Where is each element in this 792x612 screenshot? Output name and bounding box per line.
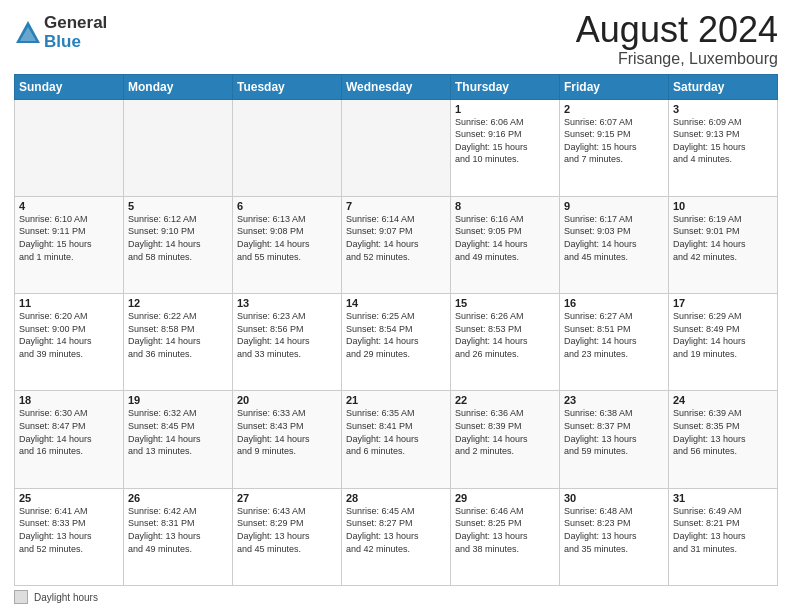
table-row: 17Sunrise: 6:29 AM Sunset: 8:49 PM Dayli… bbox=[669, 294, 778, 391]
logo-blue-text: Blue bbox=[44, 33, 107, 52]
day-info: Sunrise: 6:06 AM Sunset: 9:16 PM Dayligh… bbox=[455, 116, 555, 166]
table-row: 9Sunrise: 6:17 AM Sunset: 9:03 PM Daylig… bbox=[560, 196, 669, 293]
col-wednesday: Wednesday bbox=[342, 74, 451, 99]
day-info: Sunrise: 6:09 AM Sunset: 9:13 PM Dayligh… bbox=[673, 116, 773, 166]
table-row: 19Sunrise: 6:32 AM Sunset: 8:45 PM Dayli… bbox=[124, 391, 233, 488]
table-row: 18Sunrise: 6:30 AM Sunset: 8:47 PM Dayli… bbox=[15, 391, 124, 488]
calendar-table: Sunday Monday Tuesday Wednesday Thursday… bbox=[14, 74, 778, 586]
day-info: Sunrise: 6:27 AM Sunset: 8:51 PM Dayligh… bbox=[564, 310, 664, 360]
day-info: Sunrise: 6:48 AM Sunset: 8:23 PM Dayligh… bbox=[564, 505, 664, 555]
day-number: 12 bbox=[128, 297, 228, 309]
day-info: Sunrise: 6:20 AM Sunset: 9:00 PM Dayligh… bbox=[19, 310, 119, 360]
day-number: 18 bbox=[19, 394, 119, 406]
day-info: Sunrise: 6:39 AM Sunset: 8:35 PM Dayligh… bbox=[673, 407, 773, 457]
day-number: 7 bbox=[346, 200, 446, 212]
day-info: Sunrise: 6:32 AM Sunset: 8:45 PM Dayligh… bbox=[128, 407, 228, 457]
day-info: Sunrise: 6:25 AM Sunset: 8:54 PM Dayligh… bbox=[346, 310, 446, 360]
table-row: 25Sunrise: 6:41 AM Sunset: 8:33 PM Dayli… bbox=[15, 488, 124, 585]
table-row: 7Sunrise: 6:14 AM Sunset: 9:07 PM Daylig… bbox=[342, 196, 451, 293]
day-info: Sunrise: 6:07 AM Sunset: 9:15 PM Dayligh… bbox=[564, 116, 664, 166]
footer: Daylight hours bbox=[14, 590, 778, 604]
day-number: 15 bbox=[455, 297, 555, 309]
day-number: 23 bbox=[564, 394, 664, 406]
table-row: 26Sunrise: 6:42 AM Sunset: 8:31 PM Dayli… bbox=[124, 488, 233, 585]
table-row: 30Sunrise: 6:48 AM Sunset: 8:23 PM Dayli… bbox=[560, 488, 669, 585]
footer-box bbox=[14, 590, 28, 604]
calendar-week-row: 25Sunrise: 6:41 AM Sunset: 8:33 PM Dayli… bbox=[15, 488, 778, 585]
day-number: 11 bbox=[19, 297, 119, 309]
table-row: 8Sunrise: 6:16 AM Sunset: 9:05 PM Daylig… bbox=[451, 196, 560, 293]
day-info: Sunrise: 6:26 AM Sunset: 8:53 PM Dayligh… bbox=[455, 310, 555, 360]
day-number: 16 bbox=[564, 297, 664, 309]
day-info: Sunrise: 6:43 AM Sunset: 8:29 PM Dayligh… bbox=[237, 505, 337, 555]
day-number: 27 bbox=[237, 492, 337, 504]
table-row: 13Sunrise: 6:23 AM Sunset: 8:56 PM Dayli… bbox=[233, 294, 342, 391]
table-row bbox=[15, 99, 124, 196]
table-row: 10Sunrise: 6:19 AM Sunset: 9:01 PM Dayli… bbox=[669, 196, 778, 293]
day-info: Sunrise: 6:49 AM Sunset: 8:21 PM Dayligh… bbox=[673, 505, 773, 555]
calendar-week-row: 1Sunrise: 6:06 AM Sunset: 9:16 PM Daylig… bbox=[15, 99, 778, 196]
day-info: Sunrise: 6:29 AM Sunset: 8:49 PM Dayligh… bbox=[673, 310, 773, 360]
month-title: August 2024 bbox=[576, 10, 778, 50]
day-number: 21 bbox=[346, 394, 446, 406]
day-number: 1 bbox=[455, 103, 555, 115]
table-row bbox=[233, 99, 342, 196]
day-info: Sunrise: 6:23 AM Sunset: 8:56 PM Dayligh… bbox=[237, 310, 337, 360]
logo-icon bbox=[14, 19, 42, 47]
calendar-week-row: 4Sunrise: 6:10 AM Sunset: 9:11 PM Daylig… bbox=[15, 196, 778, 293]
day-number: 26 bbox=[128, 492, 228, 504]
table-row: 3Sunrise: 6:09 AM Sunset: 9:13 PM Daylig… bbox=[669, 99, 778, 196]
table-row: 6Sunrise: 6:13 AM Sunset: 9:08 PM Daylig… bbox=[233, 196, 342, 293]
day-info: Sunrise: 6:19 AM Sunset: 9:01 PM Dayligh… bbox=[673, 213, 773, 263]
day-info: Sunrise: 6:42 AM Sunset: 8:31 PM Dayligh… bbox=[128, 505, 228, 555]
table-row bbox=[124, 99, 233, 196]
table-row: 21Sunrise: 6:35 AM Sunset: 8:41 PM Dayli… bbox=[342, 391, 451, 488]
day-number: 22 bbox=[455, 394, 555, 406]
header: General Blue August 2024 Frisange, Luxem… bbox=[14, 10, 778, 68]
footer-label: Daylight hours bbox=[34, 592, 98, 603]
day-number: 8 bbox=[455, 200, 555, 212]
table-row: 4Sunrise: 6:10 AM Sunset: 9:11 PM Daylig… bbox=[15, 196, 124, 293]
day-number: 9 bbox=[564, 200, 664, 212]
table-row: 27Sunrise: 6:43 AM Sunset: 8:29 PM Dayli… bbox=[233, 488, 342, 585]
calendar-week-row: 18Sunrise: 6:30 AM Sunset: 8:47 PM Dayli… bbox=[15, 391, 778, 488]
table-row: 15Sunrise: 6:26 AM Sunset: 8:53 PM Dayli… bbox=[451, 294, 560, 391]
col-thursday: Thursday bbox=[451, 74, 560, 99]
day-number: 2 bbox=[564, 103, 664, 115]
day-info: Sunrise: 6:22 AM Sunset: 8:58 PM Dayligh… bbox=[128, 310, 228, 360]
day-info: Sunrise: 6:33 AM Sunset: 8:43 PM Dayligh… bbox=[237, 407, 337, 457]
table-row: 23Sunrise: 6:38 AM Sunset: 8:37 PM Dayli… bbox=[560, 391, 669, 488]
day-number: 17 bbox=[673, 297, 773, 309]
day-number: 10 bbox=[673, 200, 773, 212]
table-row: 11Sunrise: 6:20 AM Sunset: 9:00 PM Dayli… bbox=[15, 294, 124, 391]
location: Frisange, Luxembourg bbox=[576, 50, 778, 68]
calendar-header-row: Sunday Monday Tuesday Wednesday Thursday… bbox=[15, 74, 778, 99]
col-tuesday: Tuesday bbox=[233, 74, 342, 99]
day-number: 3 bbox=[673, 103, 773, 115]
col-friday: Friday bbox=[560, 74, 669, 99]
day-number: 31 bbox=[673, 492, 773, 504]
table-row: 12Sunrise: 6:22 AM Sunset: 8:58 PM Dayli… bbox=[124, 294, 233, 391]
table-row: 29Sunrise: 6:46 AM Sunset: 8:25 PM Dayli… bbox=[451, 488, 560, 585]
logo-general-text: General bbox=[44, 14, 107, 33]
day-number: 5 bbox=[128, 200, 228, 212]
table-row: 16Sunrise: 6:27 AM Sunset: 8:51 PM Dayli… bbox=[560, 294, 669, 391]
table-row: 5Sunrise: 6:12 AM Sunset: 9:10 PM Daylig… bbox=[124, 196, 233, 293]
day-info: Sunrise: 6:12 AM Sunset: 9:10 PM Dayligh… bbox=[128, 213, 228, 263]
calendar-week-row: 11Sunrise: 6:20 AM Sunset: 9:00 PM Dayli… bbox=[15, 294, 778, 391]
day-number: 30 bbox=[564, 492, 664, 504]
table-row: 2Sunrise: 6:07 AM Sunset: 9:15 PM Daylig… bbox=[560, 99, 669, 196]
table-row: 28Sunrise: 6:45 AM Sunset: 8:27 PM Dayli… bbox=[342, 488, 451, 585]
col-monday: Monday bbox=[124, 74, 233, 99]
table-row bbox=[342, 99, 451, 196]
table-row: 14Sunrise: 6:25 AM Sunset: 8:54 PM Dayli… bbox=[342, 294, 451, 391]
day-number: 4 bbox=[19, 200, 119, 212]
day-info: Sunrise: 6:46 AM Sunset: 8:25 PM Dayligh… bbox=[455, 505, 555, 555]
day-number: 14 bbox=[346, 297, 446, 309]
day-number: 24 bbox=[673, 394, 773, 406]
page: General Blue August 2024 Frisange, Luxem… bbox=[0, 0, 792, 612]
table-row: 1Sunrise: 6:06 AM Sunset: 9:16 PM Daylig… bbox=[451, 99, 560, 196]
table-row: 22Sunrise: 6:36 AM Sunset: 8:39 PM Dayli… bbox=[451, 391, 560, 488]
col-sunday: Sunday bbox=[15, 74, 124, 99]
col-saturday: Saturday bbox=[669, 74, 778, 99]
